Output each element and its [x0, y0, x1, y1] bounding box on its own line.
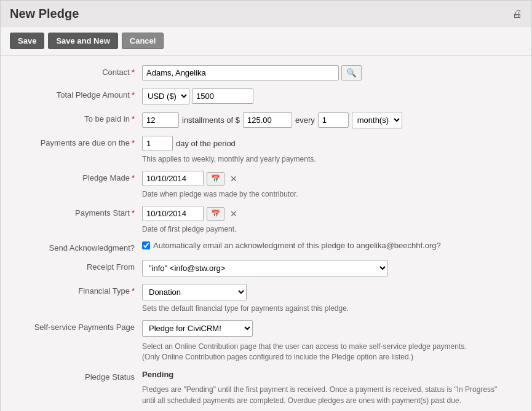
financial-type-row: Financial Type* Donation Member Dues Eve…	[13, 284, 519, 313]
receipt-from-select[interactable]: "info" <info@stw.org>	[142, 260, 388, 276]
payments-start-hint: Date of first pledge payment.	[142, 225, 519, 233]
total-pledge-row: Total Pledge Amount* USD ($) EUR (€) GBP…	[13, 88, 519, 104]
payments-due-hint: This applies to weekly, monthly and year…	[142, 155, 519, 163]
self-service-hint: Select an Online Contribution page that …	[142, 342, 467, 362]
send-ack-checkbox-label[interactable]: Automatically email an acknowledgment of…	[142, 241, 441, 250]
payments-start-clear-button[interactable]: ✕	[228, 209, 240, 219]
payments-start-control: 📅 ✕ Date of first pledge payment.	[142, 206, 519, 233]
pledge-made-hint: Date when pledge was made by the contrib…	[142, 190, 519, 198]
financial-type-select[interactable]: Donation Member Dues Event Fee	[142, 284, 247, 300]
self-service-control: Pledge for CiviCRM! Select an Online Con…	[142, 320, 519, 362]
save-button[interactable]: Save	[10, 33, 44, 49]
contact-label: Contact*	[13, 65, 142, 77]
receipt-from-label: Receipt From	[13, 260, 142, 272]
page-title: New Pledge	[10, 7, 79, 21]
send-ack-row: Send Acknowledgment? Automatically email…	[13, 241, 519, 252]
amount-per-installment-input[interactable]	[243, 112, 292, 128]
page-container: New Pledge 🖨 Save Save and New Cancel Co…	[0, 0, 532, 411]
payments-due-row: Payments are due on the* day of the peri…	[13, 136, 519, 163]
toolbar: Save Save and New Cancel	[1, 26, 531, 56]
pledge-made-row: Pledge Made* 📅 ✕ Date when pledge was ma…	[13, 171, 519, 198]
receipt-from-control: "info" <info@stw.org>	[142, 260, 519, 276]
financial-type-control: Donation Member Dues Event Fee Sets the …	[142, 284, 519, 313]
pledge-made-control: 📅 ✕ Date when pledge was made by the con…	[142, 171, 519, 198]
to-be-paid-label: To be paid in*	[13, 112, 142, 123]
cancel-button[interactable]: Cancel	[122, 33, 164, 49]
self-service-select[interactable]: Pledge for CiviCRM!	[142, 320, 253, 337]
to-be-paid-control: installments of $ every month(s) week(s)…	[142, 112, 519, 128]
self-service-row: Self-service Payments Page Pledge for Ci…	[13, 320, 519, 362]
save-and-new-button[interactable]: Save and New	[48, 33, 117, 49]
send-ack-control: Automatically email an acknowledgment of…	[142, 241, 519, 250]
pledge-made-label: Pledge Made*	[13, 171, 142, 182]
self-service-label: Self-service Payments Page	[13, 320, 142, 332]
pledge-status-row: Pledge Status Pending Pledges are "Pendi…	[13, 370, 519, 406]
receipt-from-row: Receipt From "info" <info@stw.org>	[13, 260, 519, 276]
pledge-made-calendar-button[interactable]: 📅	[207, 172, 224, 186]
currency-select[interactable]: USD ($) EUR (€) GBP (£)	[142, 88, 189, 104]
pledge-status-label: Pledge Status	[13, 370, 142, 382]
form-area: Contact* 🔍 Total Pledge Amount* USD ($) …	[1, 56, 531, 411]
contact-control: 🔍	[142, 65, 519, 80]
period-select[interactable]: month(s) week(s) year(s)	[352, 112, 402, 128]
send-ack-label: Send Acknowledgment?	[13, 241, 142, 252]
day-input[interactable]	[142, 136, 173, 151]
contact-row: Contact* 🔍	[13, 65, 519, 80]
total-pledge-control: USD ($) EUR (€) GBP (£)	[142, 88, 519, 104]
total-pledge-label: Total Pledge Amount*	[13, 88, 142, 100]
every-input[interactable]	[318, 112, 349, 128]
installments-input[interactable]	[142, 112, 179, 128]
pledge-status-value: Pending	[142, 370, 173, 379]
send-ack-checkbox[interactable]	[142, 241, 150, 249]
pledge-made-input[interactable]	[142, 171, 204, 186]
payments-due-label: Payments are due on the*	[13, 136, 142, 147]
contact-input[interactable]	[142, 65, 339, 80]
pledge-status-hint: Pledges are "Pending" until the first pa…	[142, 384, 499, 406]
page-header: New Pledge 🖨	[1, 1, 531, 26]
financial-type-hint: Sets the default financial type for paym…	[142, 304, 519, 313]
payments-due-control: day of the period This applies to weekly…	[142, 136, 519, 163]
contact-search-button[interactable]: 🔍	[341, 65, 362, 80]
payments-start-row: Payments Start* 📅 ✕ Date of first pledge…	[13, 206, 519, 233]
to-be-paid-row: To be paid in* installments of $ every m…	[13, 112, 519, 128]
payments-start-label: Payments Start*	[13, 206, 142, 217]
payments-start-input[interactable]	[142, 206, 204, 221]
pledge-status-control: Pending Pledges are "Pending" until the …	[142, 370, 519, 406]
pledge-amount-input[interactable]	[192, 88, 253, 104]
financial-type-label: Financial Type*	[13, 284, 142, 296]
pledge-made-clear-button[interactable]: ✕	[228, 174, 240, 184]
payments-start-calendar-button[interactable]: 📅	[207, 207, 224, 221]
printer-icon[interactable]: 🖨	[512, 9, 522, 20]
